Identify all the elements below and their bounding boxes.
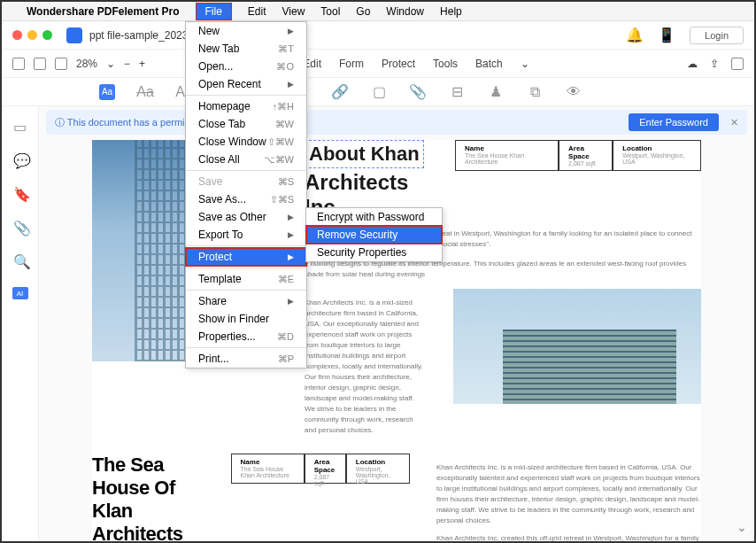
zoom-value[interactable]: 28% [76,58,97,70]
app-toolbar: 28% ⌄ − + Edit Form Protect Tools Batch … [2,50,754,78]
permission-bar: ⓘ This document has a permission pa Ente… [46,110,747,135]
comment-icon[interactable]: 💬 [13,152,27,167]
protect-submenu: Encrypt with Password Remove Security Se… [305,207,443,262]
menu-item-close-tab[interactable]: Close Tab⌘W [186,115,306,133]
menu-edit[interactable]: Edit [248,5,266,18]
menu-file[interactable]: File [196,3,232,20]
mobile-icon[interactable]: 📱 [658,27,675,43]
menu-help[interactable]: Help [440,5,462,18]
minimize-window-icon[interactable] [27,30,37,40]
tab-form[interactable]: Form [339,58,364,70]
document-tab[interactable]: ppt file-sample_2023_0 [89,29,619,42]
text-tool-icon[interactable]: Aa [99,84,115,100]
attachment-icon[interactable]: 📎 [13,220,27,234]
attachment-icon[interactable]: 📎 [409,84,427,100]
cloud-icon[interactable]: ☁ [687,58,698,70]
info-table: NameThe Sea House Khan Architecture Area… [455,140,701,171]
ribbon: Aa Aa Aa T̲ ≡ ▭ 🔗 ▢ 📎 ⊟ ♟ ⧉ 👁 [2,78,754,106]
menu-item-export-to[interactable]: Export To▶ [186,226,306,244]
info-icon: ⓘ [55,117,65,128]
share-icon[interactable]: ⇪ [710,58,719,70]
search-icon[interactable]: 🔍 [13,253,27,268]
rect-icon[interactable]: ▢ [370,84,388,100]
bookmark-icon[interactable]: 🔖 [13,186,27,200]
mac-menubar: Wondershare PDFelement Pro File Edit Vie… [2,2,754,21]
left-sidebar: ▭ 💬 🔖 📎 🔍 AI [2,106,39,541]
window-titlebar: ppt file-sample_2023_0 🔔 📱 Login [2,21,754,50]
close-window-icon[interactable] [12,30,22,40]
heading-2a: The Sea House Of [92,454,204,500]
ai-badge[interactable]: AI [12,287,28,299]
link-icon[interactable]: 🔗 [331,84,349,100]
document-page: About Khan Architects Inc. NameThe Sea H… [92,140,701,543]
tab-batch[interactable]: Batch [475,58,503,70]
menu-item-properties[interactable]: Properties...⌘D [186,328,306,345]
menu-item-close-all[interactable]: Close All⌥⌘W [186,151,306,168]
submenu-item-remove-security[interactable]: Remove Security [306,226,442,244]
maximize-window-icon[interactable] [42,30,52,40]
app-icon [66,27,82,43]
thumbnail-icon[interactable] [34,58,46,70]
header-icon[interactable]: ⊟ [448,84,466,100]
menu-item-close-window[interactable]: Close Window⇧⌘W [186,133,306,151]
building-image-2 [453,289,701,404]
zoom-in-button[interactable]: + [139,58,145,70]
menu-item-save-as-other[interactable]: Save as Other▶ [186,208,306,226]
close-icon[interactable]: ✕ [730,117,738,128]
tab-protect[interactable]: Protect [382,58,415,70]
menu-view[interactable]: View [282,5,305,18]
body-p3: Khan Architects Inc. is a mid-sized arch… [305,298,426,436]
enter-password-button[interactable]: Enter Password [629,113,719,131]
bell-icon[interactable]: 🔔 [626,27,644,43]
menu-item-show-in-finder[interactable]: Show in Finder [186,310,306,328]
scroll-down-icon[interactable]: ⌄ [737,520,747,534]
tab-tools[interactable]: Tools [433,58,458,70]
menu-item-share[interactable]: Share▶ [186,292,306,310]
menu-item-new-tab[interactable]: New Tab⌘T [186,40,306,58]
menu-item-open-recent[interactable]: Open Recent▶ [186,75,306,93]
file-menu-dropdown: New▶ New Tab⌘T Open...⌘O Open Recent▶ Ho… [185,21,307,368]
chevron-down-icon[interactable]: ⌄ [106,58,115,70]
menu-window[interactable]: Window [386,5,424,18]
sidebar-toggle-icon[interactable] [12,58,25,70]
menu-item-protect[interactable]: Protect▶ [186,248,306,266]
page-icon[interactable]: ▭ [13,119,27,133]
crop-icon[interactable]: ⧉ [526,84,544,100]
menu-item-save: Save⌘S [186,173,306,190]
panel-icon[interactable] [731,58,744,70]
menu-item-open[interactable]: Open...⌘O [186,58,306,75]
app-name: Wondershare PDFelement Pro [27,5,180,18]
menu-item-print[interactable]: Print...⌘P [186,350,306,368]
menu-item-template[interactable]: Template⌘E [186,270,306,288]
view-icon[interactable]: 👁 [565,84,582,100]
login-button[interactable]: Login [690,27,744,44]
menu-item-homepage[interactable]: Homepage↑⌘H [186,97,306,115]
info-table-2: NameThe Sea House Khan Architecture Area… [231,454,410,484]
menu-item-save-as[interactable]: Save As...⇧⌘S [186,190,306,208]
menu-go[interactable]: Go [356,5,370,18]
menu-tool[interactable]: Tool [320,5,340,18]
zoom-out-button[interactable]: − [124,58,130,70]
submenu-item-encrypt[interactable]: Encrypt with Password [306,208,442,226]
document-canvas: ⓘ This document has a permission pa Ente… [39,106,754,541]
heading-line-1: About Khan [305,140,424,168]
submenu-item-security-properties[interactable]: Security Properties [306,244,442,261]
menu-item-new[interactable]: New▶ [186,22,306,40]
chevron-down-icon[interactable]: ⌄ [521,58,529,70]
heading-2b: Klan Architects Inc [92,500,204,543]
grid-icon[interactable] [55,58,67,70]
strikethrough-icon[interactable]: Aa [136,84,154,100]
traffic-lights [12,30,52,40]
stamp-icon[interactable]: ♟ [487,84,505,100]
